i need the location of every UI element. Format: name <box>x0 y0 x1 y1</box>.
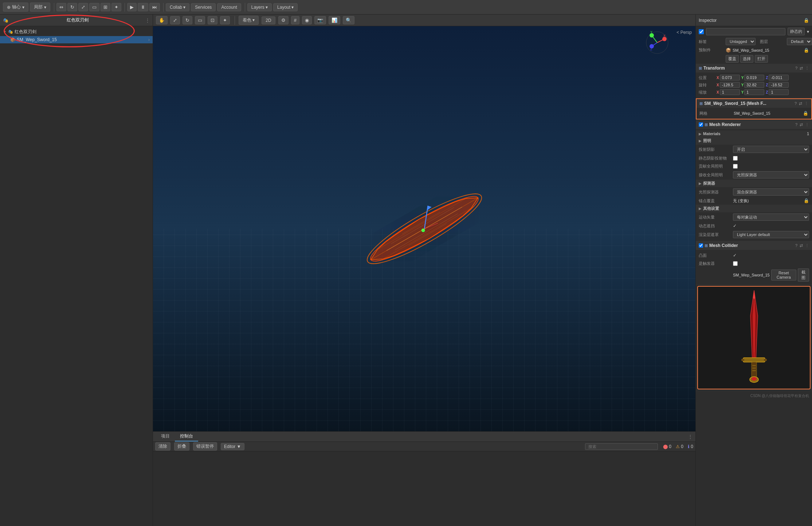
additional-settings-section[interactable]: ▶ 其他设置 <box>696 205 812 212</box>
hand-tool-btn[interactable]: ✋ <box>156 16 168 24</box>
mr-menu-icon[interactable]: ⋮ <box>805 122 809 127</box>
screenshot-btn[interactable]: 截图 <box>798 268 809 282</box>
open-btn[interactable]: 打开 <box>755 55 768 63</box>
inspector-name-row: SM_Wep_Sword_15 静态的▾ <box>696 26 812 37</box>
mr-settings-icon[interactable]: ⇄ <box>800 122 803 127</box>
viewport-rotate-btn[interactable]: ↻ <box>183 16 192 24</box>
object-enabled-checkbox[interactable] <box>699 29 704 34</box>
reset-camera-btn[interactable]: Reset Camera <box>771 270 796 280</box>
rendering-layer-dropdown[interactable]: Light Layer default <box>733 231 809 238</box>
rotate-tool-btn[interactable]: ↻ <box>67 3 77 11</box>
account-btn[interactable]: Account <box>217 3 241 11</box>
mc-settings-icon[interactable]: ⇄ <box>800 243 803 248</box>
tab-console[interactable]: 控制台 <box>175 432 198 441</box>
editor-dropdown-btn[interactable]: Editor ▼ <box>221 443 244 450</box>
custom-tool-btn[interactable]: ✦ <box>111 3 121 11</box>
grid-btn[interactable]: # <box>291 16 299 24</box>
cast-shadows-dropdown[interactable]: 开启 <box>733 146 809 153</box>
bottom-tabs: 项目 控制台 ⋮ <box>153 432 695 442</box>
tag-dropdown[interactable]: Untagged <box>726 38 756 45</box>
svg-text:X: X <box>663 34 666 38</box>
multi-tool-btn[interactable]: ⊞ <box>101 3 110 11</box>
position-x[interactable]: 0.073 <box>720 75 740 81</box>
collab-btn[interactable]: Collab ▾ <box>166 3 189 11</box>
pause-btn[interactable]: ⏸ <box>138 3 148 11</box>
anchor-select-icon[interactable]: 🔒 <box>804 198 809 203</box>
layers-btn[interactable]: Layers ▾ <box>247 3 272 11</box>
error-pause-btn[interactable]: 错误暂停 <box>193 442 217 451</box>
scale-z[interactable]: 1 <box>769 89 789 95</box>
mr-help-icon[interactable]: ? <box>795 122 797 127</box>
contribute-gi-checkbox[interactable] <box>733 164 738 169</box>
debug-btn[interactable]: 🔍 <box>343 16 354 24</box>
viewport-content[interactable]: X Y Z < Persp <box>153 26 695 431</box>
vfx-btn[interactable]: ⚙ <box>278 16 289 24</box>
shading-btn[interactable]: 着色 ▾ <box>239 16 259 25</box>
camera-btn[interactable]: 📷 <box>314 16 326 24</box>
grid-overlay <box>153 229 695 431</box>
is-trigger-checkbox[interactable] <box>733 261 738 266</box>
rect-tool-btn[interactable]: ▭ <box>89 3 99 11</box>
hierarchy-item-sword[interactable]: 📦 SM_Wep_Sword_15 › <box>0 36 153 43</box>
mc-enabled-checkbox[interactable] <box>699 243 703 248</box>
bottom-menu-icon[interactable]: ⋮ <box>688 434 693 439</box>
materials-section[interactable]: ▶ Materials 1 <box>696 130 812 137</box>
mesh-filter-header[interactable]: ⊞ SM_Wep_Sword_15 (Mesh F... ? ⇄ ⋮ <box>697 99 811 108</box>
hierarchy-menu-icon[interactable]: ⋮ <box>145 18 150 23</box>
light-probes-dropdown[interactable]: 混合探测器 <box>733 188 809 196</box>
lighting-section[interactable]: ▶ 照明 <box>696 137 812 145</box>
step-btn[interactable]: ⏭ <box>149 3 160 11</box>
receive-gi-dropdown[interactable]: 光照探测器 <box>733 171 809 178</box>
local-btn[interactable]: 局部▾ <box>30 3 50 12</box>
inspector-lock-icon[interactable]: 🔒 <box>804 18 809 23</box>
services-btn[interactable]: Services <box>191 3 216 11</box>
mr-enabled-checkbox[interactable] <box>699 122 703 127</box>
receive-shadows-checkbox[interactable] <box>733 156 738 161</box>
motion-vectors-dropdown[interactable]: 每对象运动 <box>733 213 809 221</box>
axes-gizmo[interactable]: X Y Z <box>644 30 666 52</box>
viewport-scale-btn[interactable]: ▭ <box>195 16 205 24</box>
collapse-btn[interactable]: 折叠 <box>174 442 189 451</box>
cover-btn[interactable]: 覆盖 <box>726 55 739 63</box>
console-search-input[interactable] <box>585 443 658 450</box>
scale-y[interactable]: 1 <box>744 89 764 95</box>
position-label: 位置 <box>699 75 715 81</box>
stats-btn[interactable]: 📊 <box>329 16 340 24</box>
scale-tool-btn[interactable]: ⤢ <box>78 3 88 11</box>
transform-menu-icon[interactable]: ⋮ <box>805 66 809 71</box>
hierarchy-item-root[interactable]: ▼ 🎭 红色双刃剑 <box>0 28 153 36</box>
viewport-rect-btn[interactable]: ⊡ <box>208 16 217 24</box>
play-btn[interactable]: ▶ <box>127 3 137 11</box>
mesh-select-icon[interactable]: 🔒 <box>803 111 808 116</box>
rotation-z[interactable]: -18.52 <box>769 82 789 88</box>
transform-header[interactable]: ⊞ Transform ? ⇄ ⋮ <box>696 64 812 72</box>
mesh-collider-header[interactable]: ⊞ Mesh Collider ? ⇄ ⋮ <box>696 241 812 250</box>
scale-x[interactable]: 1 <box>720 89 740 95</box>
clear-btn[interactable]: 清除 <box>155 442 170 451</box>
tab-project[interactable]: 项目 <box>156 432 175 441</box>
rotation-x[interactable]: -128.5 <box>720 82 740 88</box>
view2d-btn[interactable]: 2D <box>262 16 275 24</box>
layout-btn[interactable]: Layout ▾ <box>273 3 298 11</box>
axis-btn[interactable]: ⊕ 轴心▾ <box>3 3 28 12</box>
mc-menu-icon[interactable]: ⋮ <box>805 243 809 248</box>
mf-settings-icon[interactable]: ⇄ <box>799 101 802 106</box>
layer-dropdown[interactable]: Default <box>787 38 812 45</box>
gizmo-btn[interactable]: ◉ <box>302 16 312 24</box>
position-y[interactable]: 0.019 <box>744 75 764 81</box>
probes-section[interactable]: ▶ 探测器 <box>696 180 812 187</box>
rotation-y[interactable]: 32.82 <box>744 82 764 88</box>
additional-label: 其他设置 <box>703 206 719 211</box>
move-tool-btn[interactable]: ⇔ <box>56 3 66 11</box>
object-name-field[interactable]: SM_Wep_Sword_15 <box>706 28 785 35</box>
mc-help-icon[interactable]: ? <box>795 243 797 248</box>
mesh-renderer-header[interactable]: ⊞ Mesh Renderer ? ⇄ ⋮ <box>696 120 812 129</box>
mf-menu-icon[interactable]: ⋮ <box>804 101 808 106</box>
transform-settings-icon[interactable]: ⇄ <box>800 66 803 71</box>
select-btn[interactable]: 选择 <box>740 55 753 63</box>
mf-help-icon[interactable]: ? <box>795 101 797 106</box>
viewport-custom-btn[interactable]: ✦ <box>220 16 230 24</box>
viewport-move-btn[interactable]: ⤢ <box>170 16 180 24</box>
position-z[interactable]: -0.011 <box>769 75 789 81</box>
transform-help-icon[interactable]: ? <box>795 66 797 71</box>
